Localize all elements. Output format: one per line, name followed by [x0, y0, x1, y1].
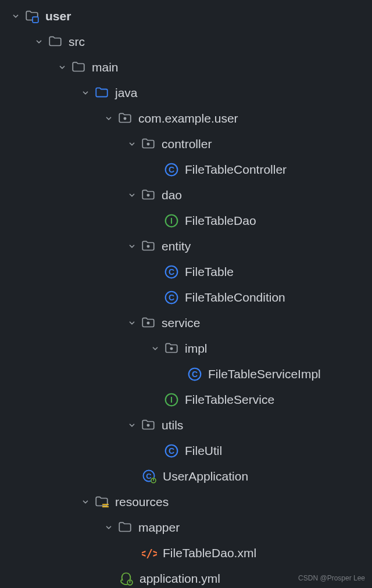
package-icon: [141, 137, 156, 152]
package-impl[interactable]: impl: [0, 336, 372, 361]
folder-src[interactable]: src: [0, 29, 372, 55]
interface-icon: I: [164, 213, 179, 228]
package-dao[interactable]: dao: [0, 182, 372, 208]
interface-file-table-dao[interactable]: IFileTableDao: [0, 208, 372, 234]
class-icon: C: [187, 367, 202, 382]
package-utils[interactable]: utils: [0, 413, 372, 438]
tree-node-label: service: [162, 316, 201, 330]
class-icon: C: [164, 162, 179, 177]
svg-point-8: [147, 245, 150, 248]
tree-node-label: main: [92, 60, 119, 74]
chevron-down-icon[interactable]: [57, 62, 67, 73]
tree-node-label: entity: [162, 239, 191, 253]
svg-point-13: [147, 322, 150, 325]
package-icon: [141, 188, 156, 203]
svg-text:</>: </>: [142, 547, 157, 560]
tree-node-label: user: [45, 9, 71, 23]
svg-text:C: C: [192, 370, 198, 379]
package-entity[interactable]: entity: [0, 234, 372, 259]
package-icon: [141, 418, 156, 433]
chevron-down-icon[interactable]: [150, 343, 160, 354]
class-icon: C: [164, 264, 179, 279]
tree-node-label: impl: [185, 342, 208, 356]
spring-yml-icon: [119, 571, 134, 586]
tree-node-label: FileTableService: [185, 393, 274, 407]
svg-point-1: [124, 117, 127, 120]
class-file-util[interactable]: CFileUtil: [0, 438, 372, 464]
file-file-table-dao-xml[interactable]: </>FileTableDao.xml: [0, 540, 372, 566]
chevron-down-icon[interactable]: [127, 139, 137, 149]
tree-node-label: src: [69, 35, 85, 49]
chevron-down-icon[interactable]: [34, 37, 44, 47]
package-icon: [117, 111, 133, 126]
svg-rect-28: [102, 506, 109, 507]
folder-user[interactable]: user: [0, 3, 372, 29]
svg-text:C: C: [169, 293, 174, 302]
package-icon: [141, 239, 156, 254]
tree-node-label: mapper: [138, 521, 180, 535]
folder-icon: [48, 34, 63, 49]
chevron-down-icon[interactable]: [10, 11, 21, 21]
resources-icon: [94, 494, 109, 510]
package-controller[interactable]: controller: [0, 131, 372, 157]
folder-main[interactable]: main: [0, 55, 372, 80]
chevron-down-icon[interactable]: [127, 318, 137, 328]
svg-text:C: C: [169, 165, 174, 174]
svg-rect-0: [33, 17, 38, 23]
chevron-down-icon[interactable]: [103, 522, 114, 533]
package-icon: [164, 341, 179, 356]
chevron-down-icon[interactable]: [103, 113, 114, 124]
tree-node-label: FileTableController: [185, 163, 287, 177]
folder-icon: [117, 520, 133, 535]
folder-mapper[interactable]: mapper: [0, 515, 372, 540]
tree-node-label: utils: [162, 418, 183, 432]
watermark: CSDN @Prosper Lee: [298, 574, 365, 582]
svg-text:C: C: [169, 267, 174, 277]
project-tree: usersrcmainjavacom.example.usercontrolle…: [0, 3, 372, 588]
chevron-down-icon[interactable]: [127, 190, 137, 200]
class-icon: C: [164, 290, 179, 305]
class-icon: C: [164, 443, 179, 458]
tree-node-label: FileTableCondition: [185, 291, 285, 304]
source-folder-icon: [94, 85, 109, 101]
svg-text:I: I: [170, 216, 173, 225]
spring-class-icon: C: [142, 469, 157, 484]
package-service[interactable]: service: [0, 310, 372, 336]
folder-resources[interactable]: resources: [0, 489, 372, 515]
interface-file-table-service[interactable]: IFileTableService: [0, 387, 372, 413]
chevron-down-icon[interactable]: [127, 420, 137, 431]
interface-icon: I: [164, 392, 179, 407]
chevron-down-icon[interactable]: [127, 241, 137, 252]
class-file-table-controller[interactable]: CFileTableController: [0, 157, 372, 182]
svg-point-19: [147, 424, 150, 427]
tree-node-label: FileUtil: [185, 444, 222, 458]
svg-point-14: [170, 347, 173, 350]
tree-node-label: FileTableDao: [185, 214, 256, 228]
tree-node-label: com.example.user: [138, 112, 238, 126]
folder-java[interactable]: java: [0, 80, 372, 106]
chevron-down-icon[interactable]: [80, 497, 91, 507]
tree-node-label: FileTableDao.xml: [163, 546, 256, 560]
tree-node-label: java: [115, 86, 138, 100]
svg-text:I: I: [170, 395, 173, 404]
tree-node-label: FileTable: [185, 265, 234, 279]
package-icon: [141, 315, 156, 331]
module-folder-icon: [24, 9, 40, 24]
chevron-down-icon[interactable]: [80, 88, 91, 98]
svg-text:C: C: [169, 446, 174, 456]
tree-node-label: resources: [115, 495, 169, 509]
tree-node-label: FileTableServiceImpl: [208, 367, 321, 381]
class-file-table-service-impl[interactable]: CFileTableServiceImpl: [0, 361, 372, 387]
tree-node-label: UserApplication: [163, 469, 248, 483]
class-file-table[interactable]: CFileTable: [0, 259, 372, 285]
package-com-example-user[interactable]: com.example.user: [0, 106, 372, 131]
class-file-table-condition[interactable]: CFileTableCondition: [0, 285, 372, 310]
tree-node-label: controller: [162, 137, 212, 151]
svg-point-5: [147, 194, 150, 197]
xml-icon: </>: [142, 546, 157, 561]
svg-rect-27: [102, 504, 109, 505]
class-user-application[interactable]: CUserApplication: [0, 464, 372, 489]
folder-icon: [71, 60, 86, 75]
tree-node-label: dao: [162, 188, 182, 202]
tree-node-label: application.yml: [140, 572, 220, 586]
